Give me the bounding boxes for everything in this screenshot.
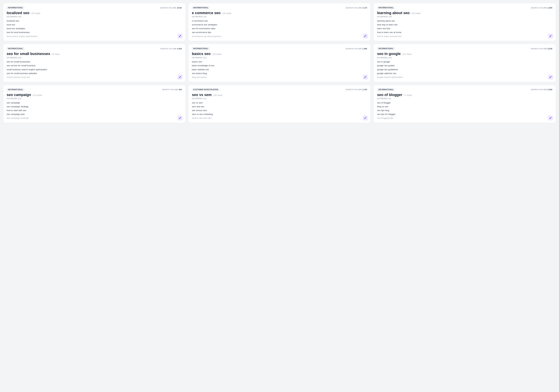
card-title: seo of blogger +7 more	[377, 93, 552, 97]
list-item: seo of blogger	[377, 101, 552, 105]
list-item: seo blogging tips	[377, 116, 552, 120]
badge: INFORMATIONAL	[7, 88, 24, 91]
card-header: INFORMATIONALSEARCH VOLUME 4,500	[7, 47, 182, 50]
keywords-label: KEYWORDS (13)	[7, 98, 182, 99]
list-item: what is seo and sem	[192, 116, 367, 120]
keyword-list: learning about seobest way to learn seol…	[377, 19, 552, 38]
edit-button[interactable]	[363, 75, 368, 80]
search-volume: SEARCH VOLUME 6,960	[531, 89, 552, 90]
edit-icon	[364, 117, 367, 119]
search-volume: SEARCH VOLUME 4,500	[160, 48, 182, 50]
edit-button[interactable]	[548, 75, 553, 80]
edit-button[interactable]	[177, 75, 183, 80]
list-item: learn seo fast	[377, 27, 552, 31]
list-item: seo service for small business	[7, 64, 182, 68]
list-item: localized seo	[7, 19, 182, 23]
list-item: how to start with seo	[7, 108, 182, 112]
search-volume: SEARCH VOLUME 1,980	[346, 48, 367, 50]
list-item: seo for local businesses	[7, 31, 182, 34]
list-item: ecommerce seo strategies	[192, 23, 367, 27]
card-title: seo vs sem +10 more	[192, 93, 367, 97]
list-item: small business local seo	[7, 75, 182, 79]
card-title: seo for small businesses +9 more	[7, 52, 182, 56]
keywords-label: KEYWORDS (16)	[7, 16, 182, 18]
search-volume: SEARCH VOLUME 920	[162, 89, 182, 90]
card-1: INFORMATIONALSEARCH VOLUME 18.0klocalize…	[3, 3, 185, 41]
keyword-list: seo for small businessesseo service for …	[7, 60, 182, 79]
search-volume: SEARCH VOLUME 3,170	[346, 7, 367, 9]
keywords-label: KEYWORDS (13)	[377, 57, 552, 59]
badge: INFORMATIONAL	[377, 88, 395, 91]
card-title: seo campaign +12 more	[7, 93, 182, 97]
card-title: e commerce seo +15 more	[192, 11, 367, 15]
keywords-label: KEYWORDS (8)	[377, 98, 552, 99]
card-header: INFORMATIONALSEARCH VOLUME 18.0k	[7, 6, 182, 9]
list-item: basic website seo	[192, 68, 367, 71]
badge: INFORMATIONAL	[377, 47, 395, 50]
list-item: seo for ecommerce sites	[192, 27, 367, 31]
list-item: seo in google	[377, 60, 552, 64]
badge: INFORMATIONAL	[7, 6, 24, 9]
keywords-label: KEYWORDS (14)	[377, 16, 552, 18]
search-volume: SEARCH VOLUME 18.0k	[160, 7, 182, 9]
list-item: seo tips for blogger	[377, 112, 552, 116]
card-3: INFORMATIONALSEARCH VOLUME 2,800learning…	[374, 3, 556, 41]
keywords-label: KEYWORDS (11)	[192, 57, 367, 59]
list-item: local seo strategies	[7, 27, 182, 31]
badge: INFORMATIONAL	[192, 6, 210, 9]
list-item: ecommerce seo best practices	[192, 34, 367, 38]
edit-button[interactable]	[548, 34, 553, 38]
card-5: INFORMATIONALSEARCH VOLUME 1,980basics s…	[188, 44, 371, 82]
list-item: seo vs sem	[192, 101, 367, 105]
card-9: INFORMATIONALSEARCH VOLUME 6,960seo of b…	[374, 85, 556, 123]
list-item: seo for small business websites	[7, 71, 182, 75]
badge: INFORMATIONAL	[192, 47, 210, 50]
edit-button[interactable]	[548, 116, 553, 120]
badge: INFORMATIONAL	[7, 47, 24, 50]
list-item: seo basics blog	[192, 71, 367, 75]
list-item: sem vs seo marketing	[192, 112, 367, 116]
edit-icon	[549, 76, 552, 78]
list-item: how to learn seo at home	[377, 31, 552, 34]
search-volume: SEARCH VOLUME 3,760	[346, 89, 367, 90]
edit-button[interactable]	[177, 34, 183, 38]
list-item: blog on seo	[377, 105, 552, 108]
card-header: INFORMATIONALSEARCH VOLUME 1,980	[192, 47, 367, 50]
card-header: INFORMATIONALSEARCH VOLUME 920	[7, 88, 182, 91]
list-item: learning about seo	[377, 19, 552, 23]
card-7: INFORMATIONALSEARCH VOLUME 920seo campai…	[3, 85, 185, 123]
card-header: INFORMATIONALSEARCH VOLUME 3,170	[192, 6, 367, 9]
keyword-list: seo campaignseo campaign strategyhow to …	[7, 101, 182, 120]
card-2: INFORMATIONALSEARCH VOLUME 3,170e commer…	[188, 3, 371, 41]
keyword-list: seo vs semsem and seoseo versus semsem v…	[192, 101, 367, 120]
list-item: google optimize seo	[377, 71, 552, 75]
list-item: sem and seo	[192, 105, 367, 108]
card-header: CUSTOMER INVESTIGATIONSEARCH VOLUME 3,76…	[192, 88, 367, 91]
edit-icon	[364, 35, 367, 37]
edit-icon	[179, 76, 181, 78]
edit-button[interactable]	[177, 116, 183, 120]
list-item: how to teach yourself seo	[377, 34, 552, 38]
edit-icon	[179, 117, 181, 119]
card-6: INFORMATIONALSEARCH VOLUME 8,530seo in g…	[374, 44, 556, 82]
list-item: seo ecommerce tips	[192, 31, 367, 34]
card-title: localized seo +15 more	[7, 11, 182, 15]
list-item: local seo	[7, 23, 182, 27]
keyword-list: basics seobasic knowledge of seobasic we…	[192, 60, 367, 79]
edit-button[interactable]	[363, 34, 368, 38]
card-header: INFORMATIONALSEARCH VOLUME 2,800	[377, 6, 552, 9]
search-volume: SEARCH VOLUME 8,530	[531, 48, 552, 50]
list-item: e commerce seo	[192, 19, 367, 23]
card-8: CUSTOMER INVESTIGATIONSEARCH VOLUME 3,76…	[188, 85, 371, 123]
list-item: seo campaign strategy	[7, 105, 182, 108]
keyword-list: seo of bloggerblog on seoseo tips blogse…	[377, 101, 552, 120]
list-item: google search optimization	[377, 75, 552, 79]
edit-icon	[549, 117, 552, 119]
edit-button[interactable]	[363, 116, 368, 120]
list-item: seo campaign example	[7, 116, 182, 120]
list-item: seo for small businesses	[7, 60, 182, 64]
keywords-label: KEYWORDS (10)	[7, 57, 182, 59]
list-item: seo tips blog	[377, 108, 552, 112]
list-item: basic knowledge of seo	[192, 64, 367, 68]
list-item: seo versus sem	[192, 108, 367, 112]
